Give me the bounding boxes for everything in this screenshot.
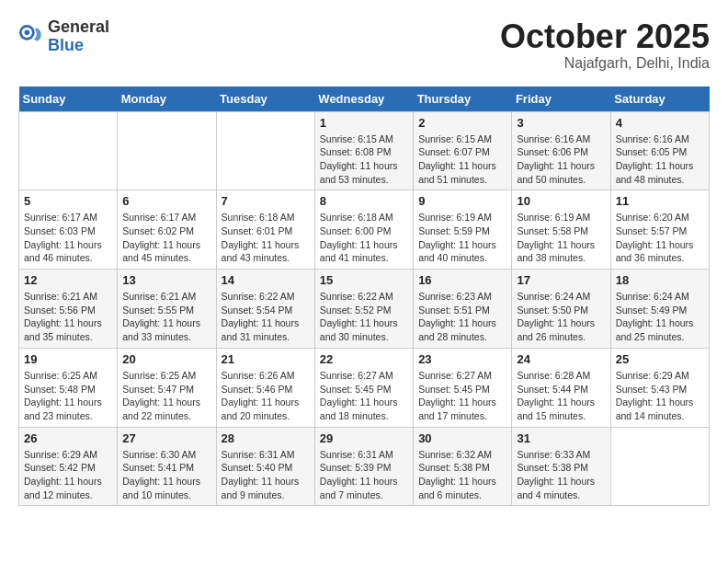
calendar-cell: 31Sunrise: 6:33 AM Sunset: 5:38 PM Dayli… bbox=[512, 427, 610, 506]
day-number: 15 bbox=[320, 273, 408, 287]
day-info: Sunrise: 6:29 AM Sunset: 5:43 PM Dayligh… bbox=[616, 369, 704, 423]
day-number: 24 bbox=[517, 352, 605, 366]
day-number: 20 bbox=[122, 352, 210, 366]
title-area: October 2025 Najafgarh, Delhi, India bbox=[500, 18, 710, 72]
logo-text: General Blue bbox=[48, 18, 109, 55]
calendar-cell: 6Sunrise: 6:17 AM Sunset: 6:02 PM Daylig… bbox=[118, 190, 216, 270]
day-info: Sunrise: 6:18 AM Sunset: 6:01 PM Dayligh… bbox=[222, 211, 310, 265]
day-number: 16 bbox=[418, 273, 506, 287]
calendar-cell: 24Sunrise: 6:28 AM Sunset: 5:44 PM Dayli… bbox=[512, 348, 610, 427]
svg-point-2 bbox=[25, 29, 30, 35]
calendar-cell bbox=[610, 427, 709, 506]
header-tuesday: Tuesday bbox=[216, 86, 314, 112]
day-info: Sunrise: 6:33 AM Sunset: 5:38 PM Dayligh… bbox=[517, 448, 605, 502]
week-row-5: 26Sunrise: 6:29 AM Sunset: 5:42 PM Dayli… bbox=[19, 427, 710, 506]
day-number: 14 bbox=[222, 273, 310, 287]
day-number: 27 bbox=[122, 431, 210, 445]
day-info: Sunrise: 6:26 AM Sunset: 5:46 PM Dayligh… bbox=[222, 369, 310, 423]
calendar-cell: 29Sunrise: 6:31 AM Sunset: 5:39 PM Dayli… bbox=[314, 427, 413, 506]
day-info: Sunrise: 6:21 AM Sunset: 5:56 PM Dayligh… bbox=[24, 290, 112, 344]
day-number: 10 bbox=[517, 194, 605, 208]
calendar-cell: 25Sunrise: 6:29 AM Sunset: 5:43 PM Dayli… bbox=[610, 348, 709, 427]
calendar-cell: 11Sunrise: 6:20 AM Sunset: 5:57 PM Dayli… bbox=[610, 190, 709, 270]
day-info: Sunrise: 6:25 AM Sunset: 5:47 PM Dayligh… bbox=[122, 369, 210, 423]
calendar-table: Sunday Monday Tuesday Wednesday Thursday… bbox=[18, 86, 710, 507]
calendar-cell: 8Sunrise: 6:18 AM Sunset: 6:00 PM Daylig… bbox=[314, 190, 413, 270]
header-friday: Friday bbox=[512, 86, 610, 112]
calendar-cell: 3Sunrise: 6:16 AM Sunset: 6:06 PM Daylig… bbox=[512, 111, 610, 190]
calendar-cell: 1Sunrise: 6:15 AM Sunset: 6:08 PM Daylig… bbox=[314, 111, 413, 190]
header-monday: Monday bbox=[118, 86, 216, 112]
day-info: Sunrise: 6:32 AM Sunset: 5:38 PM Dayligh… bbox=[418, 448, 506, 502]
calendar-cell: 28Sunrise: 6:31 AM Sunset: 5:40 PM Dayli… bbox=[216, 427, 314, 506]
calendar-cell: 2Sunrise: 6:15 AM Sunset: 6:07 PM Daylig… bbox=[414, 111, 512, 190]
calendar-cell: 22Sunrise: 6:27 AM Sunset: 5:45 PM Dayli… bbox=[314, 348, 413, 427]
header-wednesday: Wednesday bbox=[314, 86, 413, 112]
day-info: Sunrise: 6:30 AM Sunset: 5:41 PM Dayligh… bbox=[122, 448, 210, 502]
day-number: 2 bbox=[418, 116, 506, 130]
day-info: Sunrise: 6:17 AM Sunset: 6:03 PM Dayligh… bbox=[24, 211, 112, 265]
day-info: Sunrise: 6:16 AM Sunset: 6:06 PM Dayligh… bbox=[517, 132, 605, 187]
day-info: Sunrise: 6:15 AM Sunset: 6:07 PM Dayligh… bbox=[418, 132, 506, 187]
calendar-cell: 16Sunrise: 6:23 AM Sunset: 5:51 PM Dayli… bbox=[414, 270, 512, 349]
calendar-cell: 12Sunrise: 6:21 AM Sunset: 5:56 PM Dayli… bbox=[19, 270, 118, 349]
day-number: 8 bbox=[320, 194, 408, 208]
day-number: 13 bbox=[122, 273, 210, 287]
day-info: Sunrise: 6:29 AM Sunset: 5:42 PM Dayligh… bbox=[24, 448, 112, 502]
day-number: 12 bbox=[24, 273, 112, 287]
day-number: 1 bbox=[320, 116, 408, 130]
day-number: 23 bbox=[418, 352, 506, 366]
calendar-cell: 17Sunrise: 6:24 AM Sunset: 5:50 PM Dayli… bbox=[512, 270, 610, 349]
header-saturday: Saturday bbox=[610, 86, 709, 112]
day-number: 26 bbox=[24, 431, 112, 445]
day-info: Sunrise: 6:27 AM Sunset: 5:45 PM Dayligh… bbox=[320, 369, 408, 423]
day-number: 9 bbox=[418, 194, 506, 208]
day-info: Sunrise: 6:19 AM Sunset: 5:58 PM Dayligh… bbox=[517, 211, 605, 265]
day-info: Sunrise: 6:21 AM Sunset: 5:55 PM Dayligh… bbox=[122, 290, 210, 344]
calendar-cell: 5Sunrise: 6:17 AM Sunset: 6:03 PM Daylig… bbox=[19, 190, 118, 270]
day-number: 19 bbox=[24, 352, 112, 366]
day-info: Sunrise: 6:19 AM Sunset: 5:59 PM Dayligh… bbox=[418, 211, 506, 265]
week-row-1: 1Sunrise: 6:15 AM Sunset: 6:08 PM Daylig… bbox=[19, 111, 710, 190]
day-number: 4 bbox=[616, 116, 704, 130]
calendar-cell: 21Sunrise: 6:26 AM Sunset: 5:46 PM Dayli… bbox=[216, 348, 314, 427]
calendar-cell bbox=[118, 111, 216, 190]
day-number: 31 bbox=[517, 431, 605, 445]
day-number: 28 bbox=[222, 431, 310, 445]
day-info: Sunrise: 6:18 AM Sunset: 6:00 PM Dayligh… bbox=[320, 211, 408, 265]
logo-icon bbox=[18, 24, 44, 50]
calendar-cell: 30Sunrise: 6:32 AM Sunset: 5:38 PM Dayli… bbox=[414, 427, 512, 506]
calendar-cell: 26Sunrise: 6:29 AM Sunset: 5:42 PM Dayli… bbox=[19, 427, 118, 506]
calendar-cell: 9Sunrise: 6:19 AM Sunset: 5:59 PM Daylig… bbox=[414, 190, 512, 270]
calendar-cell bbox=[19, 111, 118, 190]
day-number: 5 bbox=[24, 194, 112, 208]
calendar-body: 1Sunrise: 6:15 AM Sunset: 6:08 PM Daylig… bbox=[19, 111, 710, 506]
day-number: 17 bbox=[517, 273, 605, 287]
day-info: Sunrise: 6:20 AM Sunset: 5:57 PM Dayligh… bbox=[616, 211, 704, 265]
header-row: Sunday Monday Tuesday Wednesday Thursday… bbox=[19, 86, 710, 112]
day-number: 21 bbox=[222, 352, 310, 366]
day-info: Sunrise: 6:17 AM Sunset: 6:02 PM Dayligh… bbox=[122, 211, 210, 265]
day-info: Sunrise: 6:28 AM Sunset: 5:44 PM Dayligh… bbox=[517, 369, 605, 423]
calendar-cell: 18Sunrise: 6:24 AM Sunset: 5:49 PM Dayli… bbox=[610, 270, 709, 349]
calendar-cell: 20Sunrise: 6:25 AM Sunset: 5:47 PM Dayli… bbox=[118, 348, 216, 427]
calendar-cell: 13Sunrise: 6:21 AM Sunset: 5:55 PM Dayli… bbox=[118, 270, 216, 349]
calendar-cell: 19Sunrise: 6:25 AM Sunset: 5:48 PM Dayli… bbox=[19, 348, 118, 427]
calendar-cell bbox=[216, 111, 314, 190]
week-row-4: 19Sunrise: 6:25 AM Sunset: 5:48 PM Dayli… bbox=[19, 348, 710, 427]
day-number: 11 bbox=[616, 194, 704, 208]
calendar-cell: 15Sunrise: 6:22 AM Sunset: 5:52 PM Dayli… bbox=[314, 270, 413, 349]
header-thursday: Thursday bbox=[414, 86, 512, 112]
day-info: Sunrise: 6:31 AM Sunset: 5:39 PM Dayligh… bbox=[320, 448, 408, 502]
day-number: 6 bbox=[122, 194, 210, 208]
calendar-cell: 7Sunrise: 6:18 AM Sunset: 6:01 PM Daylig… bbox=[216, 190, 314, 270]
day-info: Sunrise: 6:31 AM Sunset: 5:40 PM Dayligh… bbox=[222, 448, 310, 502]
week-row-3: 12Sunrise: 6:21 AM Sunset: 5:56 PM Dayli… bbox=[19, 270, 710, 349]
day-number: 22 bbox=[320, 352, 408, 366]
week-row-2: 5Sunrise: 6:17 AM Sunset: 6:03 PM Daylig… bbox=[19, 190, 710, 270]
day-info: Sunrise: 6:22 AM Sunset: 5:54 PM Dayligh… bbox=[222, 290, 310, 344]
day-number: 30 bbox=[418, 431, 506, 445]
calendar-subtitle: Najafgarh, Delhi, India bbox=[500, 55, 710, 72]
day-number: 18 bbox=[616, 273, 704, 287]
calendar-title: October 2025 bbox=[500, 18, 710, 55]
